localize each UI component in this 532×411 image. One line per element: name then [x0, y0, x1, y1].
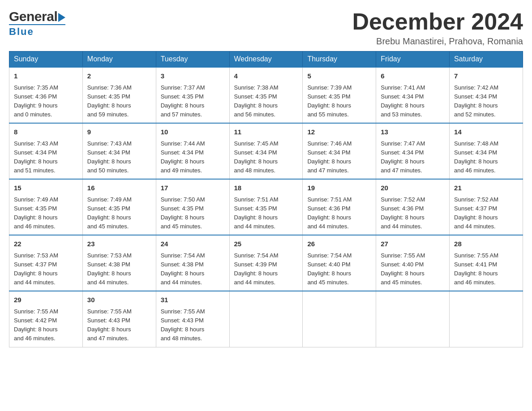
- day-info: Sunrise: 7:49 AMSunset: 4:35 PMDaylight:…: [87, 196, 132, 230]
- calendar-table: SundayMondayTuesdayWednesdayThursdayFrid…: [9, 51, 523, 347]
- day-info: Sunrise: 7:47 AMSunset: 4:34 PMDaylight:…: [381, 140, 425, 174]
- day-info: Sunrise: 7:35 AMSunset: 4:36 PMDaylight:…: [14, 84, 58, 118]
- day-number: 14: [454, 127, 518, 137]
- day-cell-21: 21 Sunrise: 7:52 AMSunset: 4:37 PMDaylig…: [450, 179, 523, 235]
- day-number: 29: [14, 295, 78, 305]
- header-saturday: Saturday: [450, 51, 523, 68]
- empty-cell: [450, 291, 523, 347]
- day-number: 7: [454, 71, 518, 81]
- day-info: Sunrise: 7:53 AMSunset: 4:37 PMDaylight:…: [14, 252, 58, 286]
- day-info: Sunrise: 7:51 AMSunset: 4:36 PMDaylight:…: [307, 196, 352, 230]
- day-cell-8: 8 Sunrise: 7:43 AMSunset: 4:34 PMDayligh…: [9, 123, 83, 179]
- day-cell-30: 30 Sunrise: 7:55 AMSunset: 4:43 PMDaylig…: [82, 291, 156, 347]
- title-section: December 2024 Brebu Manastirei, Prahova,…: [352, 9, 523, 47]
- day-cell-27: 27 Sunrise: 7:55 AMSunset: 4:40 PMDaylig…: [376, 235, 450, 291]
- day-number: 10: [161, 127, 225, 137]
- header-friday: Friday: [376, 51, 450, 68]
- day-info: Sunrise: 7:37 AMSunset: 4:35 PMDaylight:…: [161, 84, 205, 118]
- day-number: 12: [307, 127, 371, 137]
- day-info: Sunrise: 7:54 AMSunset: 4:40 PMDaylight:…: [307, 252, 352, 286]
- day-info: Sunrise: 7:54 AMSunset: 4:38 PMDaylight:…: [161, 252, 205, 286]
- day-number: 2: [87, 71, 151, 81]
- day-number: 28: [454, 239, 518, 249]
- day-info: Sunrise: 7:54 AMSunset: 4:39 PMDaylight:…: [234, 252, 279, 286]
- day-cell-26: 26 Sunrise: 7:54 AMSunset: 4:40 PMDaylig…: [303, 235, 376, 291]
- day-number: 17: [161, 183, 225, 193]
- day-cell-25: 25 Sunrise: 7:54 AMSunset: 4:39 PMDaylig…: [229, 235, 303, 291]
- empty-cell: [376, 291, 450, 347]
- day-cell-18: 18 Sunrise: 7:51 AMSunset: 4:35 PMDaylig…: [229, 179, 303, 235]
- week-row-1: 1 Sunrise: 7:35 AMSunset: 4:36 PMDayligh…: [9, 67, 523, 123]
- week-row-4: 22 Sunrise: 7:53 AMSunset: 4:37 PMDaylig…: [9, 235, 523, 291]
- day-info: Sunrise: 7:51 AMSunset: 4:35 PMDaylight:…: [234, 196, 279, 230]
- day-cell-4: 4 Sunrise: 7:38 AMSunset: 4:35 PMDayligh…: [229, 67, 303, 123]
- day-cell-24: 24 Sunrise: 7:54 AMSunset: 4:38 PMDaylig…: [156, 235, 229, 291]
- day-number: 8: [14, 127, 78, 137]
- day-info: Sunrise: 7:41 AMSunset: 4:34 PMDaylight:…: [381, 84, 425, 118]
- day-cell-14: 14 Sunrise: 7:48 AMSunset: 4:34 PMDaylig…: [450, 123, 523, 179]
- day-info: Sunrise: 7:55 AMSunset: 4:42 PMDaylight:…: [14, 308, 58, 342]
- day-info: Sunrise: 7:52 AMSunset: 4:36 PMDaylight:…: [381, 196, 425, 230]
- day-info: Sunrise: 7:39 AMSunset: 4:35 PMDaylight:…: [307, 84, 352, 118]
- day-cell-17: 17 Sunrise: 7:50 AMSunset: 4:35 PMDaylig…: [156, 179, 229, 235]
- day-number: 31: [161, 295, 225, 305]
- day-info: Sunrise: 7:45 AMSunset: 4:34 PMDaylight:…: [234, 140, 279, 174]
- day-number: 9: [87, 127, 151, 137]
- header-sunday: Sunday: [9, 51, 83, 68]
- day-number: 25: [234, 239, 298, 249]
- week-row-2: 8 Sunrise: 7:43 AMSunset: 4:34 PMDayligh…: [9, 123, 523, 179]
- day-number: 13: [381, 127, 445, 137]
- empty-cell: [303, 291, 376, 347]
- day-info: Sunrise: 7:36 AMSunset: 4:35 PMDaylight:…: [87, 84, 132, 118]
- day-info: Sunrise: 7:46 AMSunset: 4:34 PMDaylight:…: [307, 140, 352, 174]
- week-row-3: 15 Sunrise: 7:49 AMSunset: 4:35 PMDaylig…: [9, 179, 523, 235]
- month-title: December 2024: [352, 9, 523, 34]
- logo-general: General: [9, 9, 57, 24]
- day-info: Sunrise: 7:49 AMSunset: 4:35 PMDaylight:…: [14, 196, 58, 230]
- day-cell-9: 9 Sunrise: 7:43 AMSunset: 4:34 PMDayligh…: [82, 123, 156, 179]
- day-cell-22: 22 Sunrise: 7:53 AMSunset: 4:37 PMDaylig…: [9, 235, 83, 291]
- logo-blue: Blue: [9, 24, 65, 38]
- day-info: Sunrise: 7:42 AMSunset: 4:34 PMDaylight:…: [454, 84, 498, 118]
- day-cell-31: 31 Sunrise: 7:55 AMSunset: 4:43 PMDaylig…: [156, 291, 229, 347]
- day-info: Sunrise: 7:55 AMSunset: 4:40 PMDaylight:…: [381, 252, 425, 286]
- day-info: Sunrise: 7:38 AMSunset: 4:35 PMDaylight:…: [234, 84, 279, 118]
- day-cell-6: 6 Sunrise: 7:41 AMSunset: 4:34 PMDayligh…: [376, 67, 450, 123]
- day-cell-13: 13 Sunrise: 7:47 AMSunset: 4:34 PMDaylig…: [376, 123, 450, 179]
- day-cell-16: 16 Sunrise: 7:49 AMSunset: 4:35 PMDaylig…: [82, 179, 156, 235]
- day-number: 30: [87, 295, 151, 305]
- day-info: Sunrise: 7:53 AMSunset: 4:38 PMDaylight:…: [87, 252, 132, 286]
- location: Brebu Manastirei, Prahova, Romania: [352, 36, 523, 47]
- day-cell-23: 23 Sunrise: 7:53 AMSunset: 4:38 PMDaylig…: [82, 235, 156, 291]
- day-info: Sunrise: 7:55 AMSunset: 4:41 PMDaylight:…: [454, 252, 498, 286]
- day-cell-2: 2 Sunrise: 7:36 AMSunset: 4:35 PMDayligh…: [82, 67, 156, 123]
- day-cell-28: 28 Sunrise: 7:55 AMSunset: 4:41 PMDaylig…: [450, 235, 523, 291]
- day-info: Sunrise: 7:50 AMSunset: 4:35 PMDaylight:…: [161, 196, 205, 230]
- day-number: 19: [307, 183, 371, 193]
- day-number: 16: [87, 183, 151, 193]
- header-tuesday: Tuesday: [156, 51, 229, 68]
- day-info: Sunrise: 7:55 AMSunset: 4:43 PMDaylight:…: [161, 308, 205, 342]
- day-number: 24: [161, 239, 225, 249]
- logo: General Blue: [9, 9, 65, 38]
- day-number: 4: [234, 71, 298, 81]
- day-info: Sunrise: 7:52 AMSunset: 4:37 PMDaylight:…: [454, 196, 498, 230]
- day-number: 21: [454, 183, 518, 193]
- day-number: 11: [234, 127, 298, 137]
- day-number: 20: [381, 183, 445, 193]
- day-cell-19: 19 Sunrise: 7:51 AMSunset: 4:36 PMDaylig…: [303, 179, 376, 235]
- day-number: 5: [307, 71, 371, 81]
- day-number: 3: [161, 71, 225, 81]
- day-cell-7: 7 Sunrise: 7:42 AMSunset: 4:34 PMDayligh…: [450, 67, 523, 123]
- day-cell-3: 3 Sunrise: 7:37 AMSunset: 4:35 PMDayligh…: [156, 67, 229, 123]
- day-info: Sunrise: 7:43 AMSunset: 4:34 PMDaylight:…: [87, 140, 132, 174]
- day-info: Sunrise: 7:43 AMSunset: 4:34 PMDaylight:…: [14, 140, 58, 174]
- day-cell-12: 12 Sunrise: 7:46 AMSunset: 4:34 PMDaylig…: [303, 123, 376, 179]
- calendar-header-row: SundayMondayTuesdayWednesdayThursdayFrid…: [9, 51, 523, 68]
- logo-arrow-icon: [58, 13, 65, 22]
- day-info: Sunrise: 7:48 AMSunset: 4:34 PMDaylight:…: [454, 140, 498, 174]
- day-cell-5: 5 Sunrise: 7:39 AMSunset: 4:35 PMDayligh…: [303, 67, 376, 123]
- day-number: 15: [14, 183, 78, 193]
- empty-cell: [229, 291, 303, 347]
- day-number: 26: [307, 239, 371, 249]
